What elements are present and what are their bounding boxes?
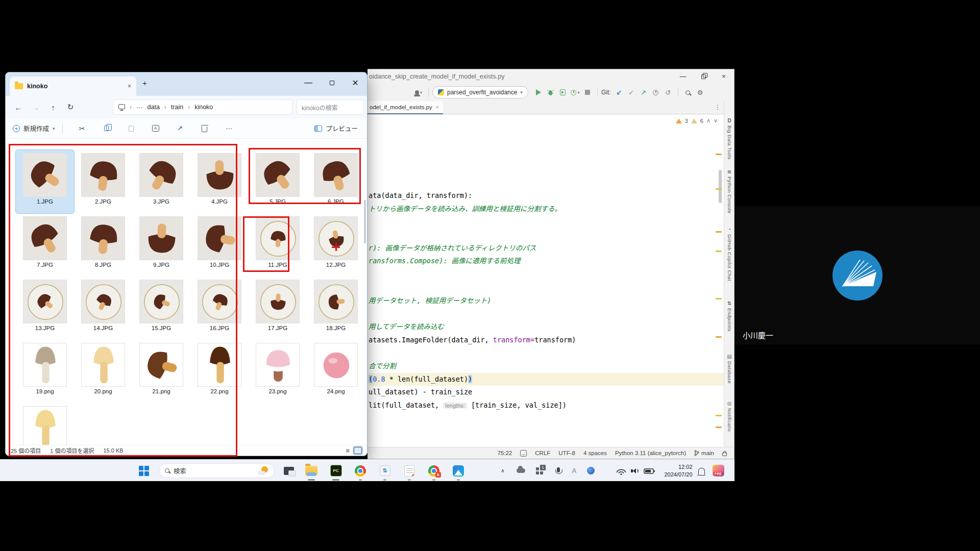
settings-button[interactable]: ⚙ [694, 86, 706, 98]
app-sphere-tray-icon[interactable] [583, 460, 598, 482]
file-item-17.JPG[interactable]: 17.JPG [249, 277, 307, 340]
git-commit-button[interactable]: ✓ [625, 86, 638, 98]
search-everywhere-button[interactable] [682, 86, 694, 98]
file-thumbnail[interactable] [314, 280, 358, 323]
details-view-button[interactable]: ≡ [346, 447, 350, 455]
stripe-mark[interactable] [716, 336, 722, 338]
breadcrumb-item-data[interactable]: data [148, 104, 160, 111]
code-editor[interactable]: 3 6 ∧ ∨ ata(data_dir, transform):トリから画像デ… [368, 115, 724, 447]
file-encoding[interactable]: UTF-8 [558, 450, 575, 456]
file-thumbnail[interactable] [256, 280, 300, 323]
search-box[interactable]: kinokoの検索 [297, 99, 364, 115]
file-item-24.png[interactable]: 24.png [307, 340, 365, 403]
tab-close-icon[interactable]: × [436, 105, 439, 110]
pre-app-tray-icon[interactable]: PRE [709, 460, 727, 482]
explorer-scrollbar[interactable] [364, 200, 366, 243]
local-history-button[interactable] [650, 86, 662, 98]
tool-window-button-github-copilot-chat[interactable]: ◔GitHub Copilot Chat [724, 227, 734, 281]
breadcrumb[interactable]: › ⋯ data›train›kinoko [113, 99, 292, 115]
rename-button[interactable]: A [143, 125, 168, 132]
user-icon[interactable]: ▾ [412, 86, 425, 98]
stripe-mark[interactable] [716, 251, 722, 252]
tool-window-button-notificatio[interactable]: ◎Notificatio [724, 400, 734, 432]
photos-app[interactable] [449, 460, 468, 482]
rollback-button[interactable]: ↺ [662, 86, 674, 98]
pycharm-close-button[interactable]: × [714, 69, 734, 84]
refresh-button[interactable]: ↻ [62, 103, 79, 112]
stop-button[interactable] [581, 86, 594, 98]
git-push-button[interactable]: ↗ [638, 86, 650, 98]
file-thumbnail[interactable] [256, 343, 300, 387]
breadcrumb-item-train[interactable]: train [171, 104, 183, 111]
share-button[interactable]: ↗ [168, 124, 192, 132]
notes-app[interactable] [400, 460, 419, 482]
profiler-button[interactable]: ▾ [569, 86, 581, 98]
run-configuration-select[interactable]: parsed_overfit_avoidance ▾ [432, 86, 528, 98]
tray-expand-button[interactable]: ∧ [496, 460, 509, 482]
prev-warning-icon[interactable]: ∧ [706, 117, 710, 124]
microphone-tray-icon[interactable] [551, 460, 566, 482]
line-separator[interactable]: CRLF [535, 450, 550, 456]
explorer-maximize-button[interactable] [320, 72, 344, 93]
paste-button[interactable] [119, 126, 143, 132]
stripe-mark[interactable] [716, 188, 722, 190]
start-button[interactable] [134, 460, 154, 482]
up-button[interactable]: ↑ [44, 103, 62, 112]
interpreter[interactable]: Python 3.11 (alice_pytorch) [615, 450, 686, 456]
pycharm-restore-button[interactable] [693, 69, 714, 84]
preview-toggle[interactable]: プレビュー [314, 123, 358, 133]
browser-profile-app[interactable]: k [425, 460, 443, 482]
tool-window-button-database[interactable]: ▤Database [724, 354, 734, 384]
explorer-close-button[interactable]: ✕ [344, 72, 367, 93]
stripe-mark[interactable] [716, 415, 722, 416]
run-button[interactable] [532, 86, 545, 98]
next-warning-icon[interactable]: ∨ [714, 117, 718, 124]
tool-window-button-big-data-tools[interactable]: DBig Data Tools [724, 118, 734, 160]
ime-mode-tray-icon[interactable]: A [568, 460, 581, 482]
badge-app-tray-icon[interactable]: 1 [532, 460, 547, 482]
onedrive-tray-icon[interactable] [513, 460, 528, 482]
caret-position[interactable]: 75:22 [497, 450, 512, 456]
editor-tab[interactable]: odel_if_model_exists.py × [368, 101, 443, 114]
file-thumbnail[interactable] [314, 343, 358, 387]
back-button[interactable]: ← [10, 103, 27, 112]
copy-button[interactable] [94, 126, 119, 131]
indent-setting[interactable]: 4 spaces [583, 450, 607, 456]
file-item-18.JPG[interactable]: 18.JPG [307, 277, 365, 340]
file-item-23.png[interactable]: 23.png [249, 340, 307, 403]
git-branch-widget[interactable]: main [694, 450, 714, 456]
debug-button[interactable] [545, 86, 557, 98]
breadcrumb-item-kinoko[interactable]: kinoko [194, 104, 213, 111]
new-button[interactable]: + 新規作成 ▾ [13, 123, 55, 133]
new-tab-button[interactable]: + [142, 79, 147, 87]
stripe-mark[interactable] [716, 154, 722, 155]
stripe-mark[interactable] [716, 427, 722, 428]
tool-window-button-endpoints[interactable]: ⇅Endpoints [724, 300, 734, 332]
accessibility-icon[interactable] [520, 450, 527, 457]
notifications-tray[interactable] [694, 460, 708, 482]
this-pc-icon[interactable] [118, 104, 125, 109]
run-with-coverage-button[interactable] [557, 86, 569, 98]
explorer-minimize-button[interactable]: — [297, 72, 320, 93]
git-update-button[interactable]: ↙ [613, 86, 625, 98]
stripe-mark[interactable] [716, 298, 722, 299]
tool-window-button-python-console[interactable]: ≋Python Console [724, 169, 734, 214]
more-tabs-icon[interactable]: ⋮ [715, 104, 721, 111]
cut-button[interactable]: ✂ [70, 124, 94, 133]
phone-link-app[interactable]: ⇅ [376, 460, 394, 482]
delete-button[interactable] [192, 124, 217, 132]
pycharm-minimize-button[interactable]: — [673, 69, 693, 84]
taskbar-search[interactable]: 検索 [159, 463, 275, 478]
file-thumbnail[interactable] [314, 216, 358, 260]
file-explorer-app[interactable] [302, 460, 321, 482]
breadcrumb-ellipsis[interactable]: ⋯ [136, 104, 143, 111]
pycharm-app[interactable]: PC [327, 460, 345, 482]
inspections-widget[interactable]: 3 6 ∧ ∨ [676, 117, 718, 124]
network-volume-battery[interactable] [610, 460, 662, 482]
stripe-mark[interactable] [716, 231, 722, 233]
task-view-button[interactable] [280, 460, 298, 482]
icons-view-button[interactable] [354, 447, 362, 454]
clock-tray[interactable]: 12:02 2024/07/20 [659, 460, 697, 482]
more-options-button[interactable]: ⋯ [217, 124, 241, 132]
forward-button[interactable]: → [27, 103, 44, 112]
